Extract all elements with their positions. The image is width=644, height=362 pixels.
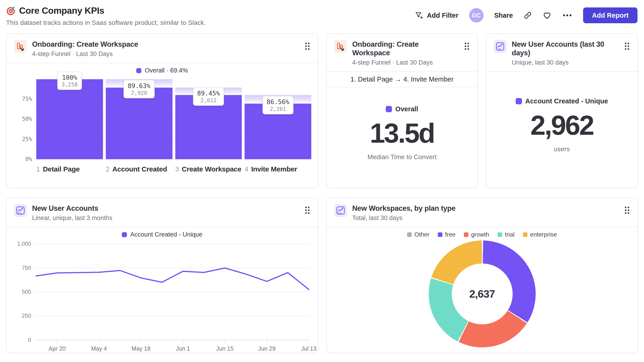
drag-handle-icon[interactable] bbox=[623, 205, 631, 216]
card-time-to-convert: Onboarding: Create Workspace 4-step Funn… bbox=[326, 33, 478, 188]
more-ellipsis-icon bbox=[562, 14, 572, 17]
drag-handle-icon[interactable] bbox=[463, 41, 471, 52]
funnel-bar[interactable]: 86.56%2,261 bbox=[244, 79, 311, 159]
funnel-card-body: Overall · 69.4% 0%25%50%75% 100%3,25889.… bbox=[6, 63, 318, 188]
card-title: Onboarding: Create Workspace bbox=[352, 40, 458, 57]
funnel-steps: 1Detail Page2Account Created3Create Work… bbox=[36, 165, 311, 173]
funnel-step-name: Detail Page bbox=[43, 165, 80, 173]
card-header: New Workspaces, by plan type Total, last… bbox=[327, 198, 638, 227]
card-funnel: Onboarding: Create Workspace 4-step Funn… bbox=[6, 33, 318, 188]
funnel-chart-icon bbox=[334, 40, 347, 53]
line-chart-icon bbox=[14, 204, 27, 217]
funnel-value-chip: 89.45%2,612 bbox=[193, 87, 224, 106]
card-header: Onboarding: Create Workspace 4-step Funn… bbox=[327, 34, 477, 71]
funnel-bars: 100%3,25889.63%2,92089.45%2,61286.56%2,2… bbox=[36, 79, 311, 160]
funnel-rate: 89.45% bbox=[197, 90, 220, 97]
line-legend[interactable]: Account Created - Unique bbox=[6, 231, 318, 238]
funnel-step-name: Account Created bbox=[112, 165, 167, 173]
legend-label: enterprise bbox=[530, 231, 557, 238]
metric-body: Overall 13.5d Median Time to Convert bbox=[327, 87, 477, 188]
dashboard-grid: Onboarding: Create Workspace 4-step Funn… bbox=[0, 26, 644, 353]
drag-handle-icon[interactable] bbox=[304, 205, 311, 216]
funnel-step-label: 2Account Created bbox=[106, 165, 172, 173]
card-titles: New Workspaces, by plan type Total, last… bbox=[352, 204, 618, 222]
legend-item[interactable]: Other bbox=[407, 231, 430, 238]
line-xtick-label: Apr 20 bbox=[48, 345, 66, 352]
card-header: New User Accounts Linear, unique, last 3… bbox=[6, 198, 318, 227]
donut-wrap: 2,637 bbox=[327, 238, 638, 353]
copy-link-button[interactable] bbox=[524, 11, 532, 19]
line-series[interactable] bbox=[36, 268, 309, 290]
favorite-button[interactable] bbox=[543, 11, 552, 20]
legend-item[interactable]: trial bbox=[498, 231, 514, 238]
metric-legend[interactable]: Overall bbox=[386, 105, 418, 113]
legend-swatch bbox=[464, 232, 468, 237]
card-subtitle: Unique, last 30 days bbox=[512, 59, 618, 66]
funnel-legend[interactable]: Overall · 69.4% bbox=[6, 67, 318, 74]
legend-label: Overall bbox=[395, 105, 418, 113]
legend-label: growth bbox=[471, 231, 489, 238]
line-xtick-label: Jun 29 bbox=[258, 345, 276, 352]
funnel-bar[interactable]: 100%3,258 bbox=[36, 79, 103, 159]
card-new-users-total: New User Accounts (last 30 days) Unique,… bbox=[486, 33, 638, 188]
legend-label: Account Created - Unique bbox=[130, 231, 202, 238]
avatar[interactable]: GC bbox=[469, 8, 484, 22]
card-workspaces-by-plan: New Workspaces, by plan type Total, last… bbox=[326, 198, 638, 353]
metric-legend[interactable]: Account Created - Unique bbox=[516, 97, 608, 105]
line-chart-svg: 02505007501,000Apr 20May 4May 18Jun 1Jun… bbox=[14, 240, 312, 352]
line-xtick-label: Jul 13 bbox=[301, 345, 316, 352]
drag-handle-icon[interactable] bbox=[623, 41, 631, 52]
legend-swatch bbox=[407, 232, 412, 237]
legend-item[interactable]: free bbox=[438, 231, 456, 238]
line-card-body: Account Created - Unique 02505007501,000… bbox=[6, 227, 318, 353]
line-xtick-label: Jun 1 bbox=[176, 345, 190, 352]
metric-value: 13.5d bbox=[370, 119, 434, 147]
card-titles: New User Accounts (last 30 days) Unique,… bbox=[512, 40, 618, 66]
funnel-chart-icon bbox=[14, 40, 27, 53]
legend-swatch bbox=[136, 68, 141, 73]
funnel-range-strip: 1. Detail Page → 4. Invite Member bbox=[327, 72, 477, 87]
add-report-button[interactable]: Add Report bbox=[583, 7, 638, 23]
legend-item[interactable]: growth bbox=[464, 231, 489, 238]
heart-icon bbox=[543, 11, 552, 20]
page-header: Core Company KPIs This dataset tracks ac… bbox=[0, 0, 644, 26]
legend-swatch bbox=[386, 106, 392, 112]
page-title: Core Company KPIs bbox=[19, 5, 104, 16]
funnel-count: 2,612 bbox=[197, 97, 220, 103]
drag-handle-icon[interactable] bbox=[304, 41, 311, 52]
page-subtitle: This dataset tracks actions in Saas soft… bbox=[6, 19, 206, 26]
funnel-count: 2,261 bbox=[267, 106, 290, 112]
funnel-ytick-label: 0% bbox=[14, 156, 32, 162]
add-filter-label: Add Filter bbox=[427, 12, 458, 19]
funnel-ytick-label: 50% bbox=[14, 116, 32, 122]
toolbar: Add Filter GC Share Add Report bbox=[415, 7, 638, 23]
funnel-rate: 89.63% bbox=[128, 82, 150, 89]
link-icon bbox=[524, 11, 532, 19]
target-icon bbox=[6, 6, 16, 15]
funnel-step-label: 1Detail Page bbox=[36, 165, 103, 173]
legend-item[interactable]: enterprise bbox=[523, 231, 557, 238]
card-header: New User Accounts (last 30 days) Unique,… bbox=[486, 34, 638, 71]
funnel-bar[interactable]: 89.45%2,612 bbox=[175, 79, 242, 159]
legend-swatch bbox=[122, 232, 127, 237]
donut-legend: Otherfreegrowthtrialenterprise bbox=[327, 231, 638, 238]
more-menu-button[interactable] bbox=[562, 14, 572, 17]
funnel-step-number: 4 bbox=[244, 165, 248, 173]
line-xtick-label: May 18 bbox=[132, 345, 151, 352]
card-titles: Onboarding: Create Workspace 4-step Funn… bbox=[32, 40, 298, 58]
funnel-step-number: 2 bbox=[106, 165, 110, 173]
donut-chart[interactable]: 2,637 bbox=[429, 241, 536, 347]
funnel-bar[interactable]: 89.63%2,920 bbox=[106, 79, 172, 159]
filter-plus-icon bbox=[415, 11, 424, 20]
line-ytick-label: 250 bbox=[22, 313, 31, 319]
card-subtitle: 4-step Funnel · Last 30 Days bbox=[352, 59, 458, 66]
funnel-ytick-label: 75% bbox=[14, 96, 32, 102]
card-new-users-trend: New User Accounts Linear, unique, last 3… bbox=[6, 198, 318, 353]
metric-body: Account Created - Unique 2,962 users bbox=[486, 72, 638, 188]
legend-label: Overall · 69.4% bbox=[144, 67, 188, 74]
line-ytick-label: 0 bbox=[28, 337, 31, 343]
metric-caption: Median Time to Convert bbox=[367, 153, 436, 161]
metric-value: 2,962 bbox=[530, 111, 593, 139]
add-filter-button[interactable]: Add Filter bbox=[415, 11, 458, 20]
share-button[interactable]: Share bbox=[494, 12, 513, 19]
